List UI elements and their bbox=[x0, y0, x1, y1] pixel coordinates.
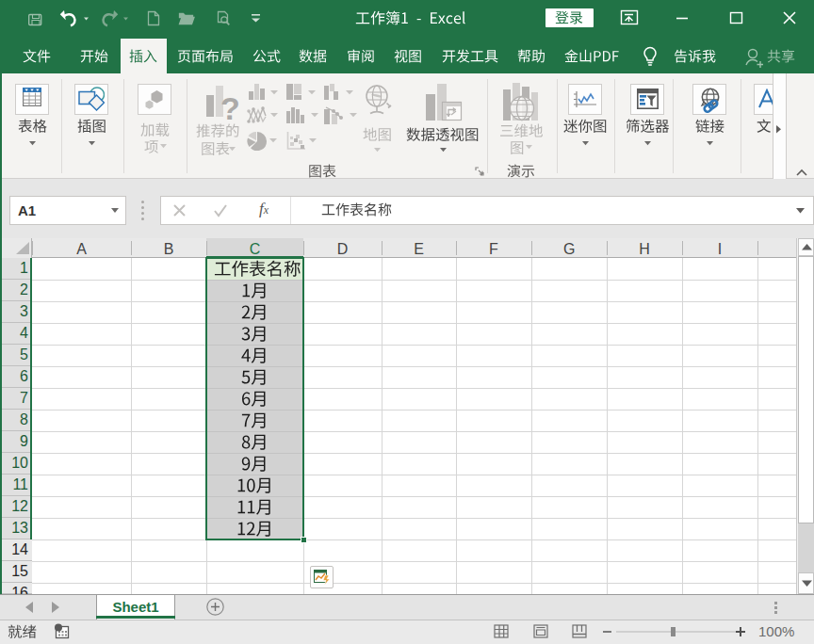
svg-text:?: ? bbox=[220, 90, 239, 122]
